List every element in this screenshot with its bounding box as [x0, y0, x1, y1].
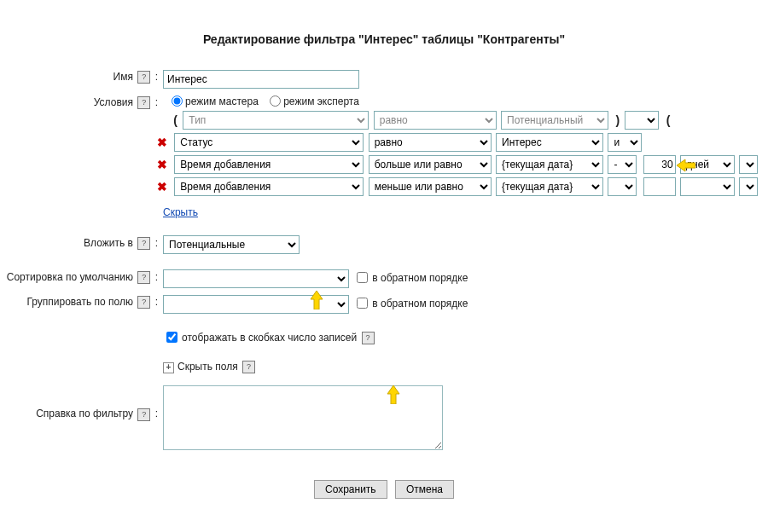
cond-val-select[interactable]: Интерес — [496, 133, 603, 152]
page-title: Редактирование фильтра "Интерес" таблицы… — [0, 32, 768, 46]
help-icon[interactable] — [137, 296, 150, 309]
cond-offset-num[interactable] — [643, 177, 676, 196]
cond-val-select[interactable]: {текущая дата} — [496, 177, 603, 196]
cancel-button[interactable]: Отмена — [395, 480, 454, 499]
show-count-checkbox[interactable] — [166, 332, 177, 343]
help-icon[interactable] — [137, 237, 150, 250]
cond-offset-sign[interactable] — [608, 177, 637, 196]
label-conditions: Условия — [94, 96, 133, 108]
condition-row-3: Время добавления меньше или равно {текущ… — [156, 177, 759, 196]
button-row: Сохранить Отмена — [0, 480, 768, 499]
sort-select[interactable] — [163, 269, 349, 288]
cond-op-select[interactable]: равно — [374, 111, 497, 130]
cond-field-select[interactable]: Время добавления — [174, 155, 364, 174]
help-icon[interactable] — [362, 332, 375, 344]
help-icon[interactable] — [137, 71, 150, 84]
cond-offset-unit[interactable] — [680, 177, 735, 196]
cond-join-select[interactable] — [625, 111, 659, 130]
condition-row-1: Статус равно Интерес и — [156, 133, 759, 152]
help-icon[interactable] — [137, 271, 150, 284]
cond-op-select[interactable]: равно — [369, 133, 492, 152]
cond-op-select[interactable]: меньше или равно — [369, 177, 492, 196]
mode-wizard-radio[interactable] — [172, 95, 183, 107]
open-paren: ( — [664, 113, 673, 127]
open-paren: ( — [171, 113, 180, 127]
annotation-arrow-icon — [386, 385, 404, 399]
delete-icon[interactable] — [156, 181, 168, 193]
svg-marker-0 — [677, 159, 695, 171]
cond-val-select[interactable]: {текущая дата} — [496, 155, 603, 174]
group-reverse-label: в обратном порядке — [372, 298, 468, 309]
condition-row-2: Время добавления больше или равно {текущ… — [156, 155, 759, 174]
nest-select[interactable]: Потенциальные — [163, 235, 300, 254]
name-input[interactable] — [163, 70, 359, 89]
mode-expert-label: режим эксперта — [283, 95, 359, 107]
sort-reverse-checkbox[interactable] — [357, 272, 368, 283]
mode-wizard-label: режим мастера — [185, 95, 259, 107]
condition-row-0: ( Тип равно Потенциальный ) ( — [156, 111, 759, 130]
help-icon[interactable] — [137, 96, 150, 109]
cond-field-select[interactable]: Статус — [174, 133, 364, 152]
mode-expert-radio[interactable] — [270, 95, 281, 107]
help-icon[interactable] — [242, 361, 255, 373]
filter-form: Имя : Условия : режим мастера режим эксп… — [0, 66, 759, 456]
help-icon[interactable] — [137, 408, 150, 421]
label-group: Группировать по полю — [26, 296, 133, 308]
hide-fields-label: Скрыть поля — [177, 361, 238, 373]
cond-offset-sign[interactable]: - — [608, 155, 637, 174]
cond-field-select[interactable]: Тип — [183, 111, 369, 130]
cond-op-select[interactable]: больше или равно — [369, 155, 492, 174]
sort-reverse-label: в обратном порядке — [372, 272, 468, 284]
svg-marker-1 — [311, 291, 323, 309]
cond-val-select[interactable]: Потенциальный — [501, 111, 608, 130]
annotation-arrow-icon — [309, 291, 328, 304]
show-count-label: отображать в скобках число записей — [182, 332, 357, 344]
cond-join-select[interactable]: и — [739, 155, 758, 174]
svg-marker-2 — [387, 385, 399, 404]
cond-join-select[interactable]: и — [608, 133, 642, 152]
save-button[interactable]: Сохранить — [314, 480, 387, 499]
label-sort: Сортировка по умолчанию — [7, 271, 133, 283]
group-reverse-checkbox[interactable] — [357, 298, 368, 309]
delete-icon[interactable] — [156, 159, 168, 171]
cond-field-select[interactable]: Время добавления — [174, 177, 364, 196]
cond-join-select[interactable] — [739, 177, 758, 196]
delete-icon[interactable] — [156, 136, 168, 148]
cond-offset-num[interactable] — [643, 155, 676, 174]
label-filter-help: Справка по фильтру — [36, 408, 133, 419]
label-nest: Вложить в — [84, 237, 133, 249]
close-paren: ) — [613, 113, 622, 127]
label-name: Имя — [113, 71, 133, 83]
expand-icon[interactable] — [163, 362, 174, 373]
mode-radio-group: режим мастера режим эксперта — [163, 95, 359, 107]
annotation-arrow-icon — [677, 159, 695, 172]
hide-link[interactable]: Скрыть — [163, 206, 198, 218]
